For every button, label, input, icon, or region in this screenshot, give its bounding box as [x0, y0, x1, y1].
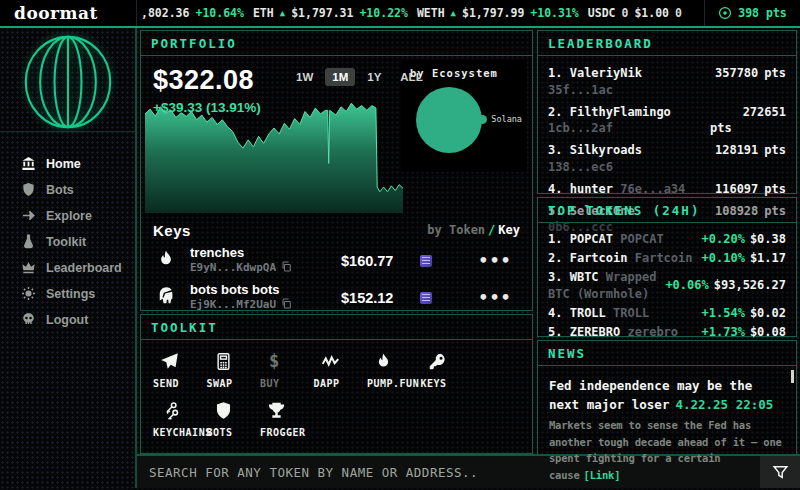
- news-timestamp: 4.22.25 22:05: [675, 397, 773, 412]
- sidebar-menu: Home Bots Explore Toolkit Leaderboard: [0, 132, 135, 327]
- token-row[interactable]: 1. POPCAT POPCAT +0.20%$0.38: [548, 231, 786, 247]
- top-tokens-list: 1. POPCAT POPCAT +0.20%$0.38 2. Fartcoin…: [538, 223, 796, 340]
- copy-icon[interactable]: [281, 261, 292, 275]
- sidebar-item-label: Home: [46, 157, 81, 171]
- tool-frogger[interactable]: FROGGER: [260, 401, 314, 438]
- sidebar-item-label: Settings: [46, 287, 95, 301]
- sidebar-item-label: Logout: [46, 313, 88, 327]
- tool-bots[interactable]: BOTS: [207, 401, 261, 438]
- shield-icon: [21, 182, 36, 197]
- points-badge-label: 398 pts: [738, 6, 786, 20]
- ticker-price: $1,797.31: [291, 6, 353, 20]
- portfolio-change: +$39.33 (13.91%): [153, 100, 261, 115]
- key-value: $152.12: [341, 290, 409, 306]
- points-value: 116097pts: [710, 181, 786, 198]
- toggle-key[interactable]: Key: [498, 223, 520, 237]
- sidebar-item-logout[interactable]: Logout: [21, 312, 135, 327]
- ellipsis-menu-icon[interactable]: •••: [479, 251, 512, 270]
- key-row[interactable]: trenches E9yN...KdwpQA $160.77 •••: [153, 242, 520, 279]
- tool-pumpfun[interactable]: PUMP.FUN: [367, 352, 421, 389]
- squiggle-icon: [321, 352, 340, 371]
- token-row[interactable]: 5. ZEREBRO zerebro +1.73%$0.08: [548, 324, 786, 340]
- portfolio-balance: $322.08: [153, 65, 254, 96]
- app-logo-text: doormat: [14, 3, 98, 23]
- token-row[interactable]: 4. TROLL TROLL +1.54%$0.02: [548, 305, 786, 321]
- bank-icon: [21, 156, 36, 171]
- dollar-icon: $: [269, 352, 314, 371]
- paper-plane-icon: [160, 352, 179, 371]
- key-name: trenches: [190, 246, 316, 261]
- copy-icon[interactable]: [281, 298, 292, 312]
- tool-buy[interactable]: $ BUY: [260, 352, 314, 389]
- portfolio-title: PORTFOLIO: [151, 36, 237, 51]
- ecosystem-legend: Solana: [478, 114, 522, 124]
- gear-icon: [21, 286, 36, 301]
- keychain-icon: [160, 401, 179, 420]
- sidebar-item-bots[interactable]: Bots: [21, 182, 135, 197]
- ticker-change: +10.31%: [530, 6, 578, 20]
- solana-chain-icon: [420, 255, 432, 267]
- token-key-toggle[interactable]: by Token/Key: [427, 223, 520, 237]
- flask-icon: [21, 234, 36, 249]
- tool-swap[interactable]: SWAP: [207, 352, 261, 389]
- tool-dapp[interactable]: DAPP: [314, 352, 368, 389]
- portfolio-header: PORTFOLIO: [141, 31, 532, 56]
- points-value: 272651pts: [710, 104, 786, 138]
- range-1m-button[interactable]: 1M: [325, 68, 355, 86]
- up-arrow-icon: ▲: [451, 8, 456, 18]
- range-1w-button[interactable]: 1W: [289, 68, 320, 86]
- ticker-change: +10.64%: [195, 6, 243, 20]
- portfolio-area: [145, 103, 403, 213]
- globe-icon: [21, 34, 115, 130]
- trophy-icon: [267, 401, 286, 420]
- range-all-button[interactable]: ALL: [393, 68, 429, 86]
- news-header: NEWS: [538, 341, 796, 366]
- coin-icon: [718, 6, 732, 20]
- app-logo[interactable]: doormat: [0, 0, 137, 26]
- shield-icon: [214, 401, 233, 420]
- leaderboard-panel: LEADERBOARD 1. ValeriyNik 35f...1ac 3577…: [537, 30, 797, 194]
- leaderboard-row[interactable]: 2. FilthyFlamingo 1cb...2af 272651pts: [548, 104, 786, 138]
- leaderboard-title: LEADERBOARD: [548, 36, 653, 51]
- sidebar-item-explore[interactable]: Explore: [21, 208, 135, 223]
- token-row[interactable]: 3. WBTC Wrapped BTC (Wormhole) +0.06%$93…: [548, 269, 786, 301]
- news-item: Fed independence may be the next major l…: [538, 366, 796, 484]
- helmet-icon: [153, 286, 179, 310]
- globe-logo: [0, 28, 135, 132]
- keys-title: Keys: [153, 222, 191, 239]
- toolkit-grid: SEND SWAP $ BUY DAPP: [141, 340, 532, 438]
- sidebar-item-label: Bots: [46, 183, 74, 197]
- sidebar-item-toolkit[interactable]: Toolkit: [21, 234, 135, 249]
- sidebar-item-settings[interactable]: Settings: [21, 286, 135, 301]
- points-badge[interactable]: 398 pts: [704, 0, 800, 26]
- leaderboard-row[interactable]: 3. Silkyroads 138...ec6 128191pts: [548, 142, 786, 176]
- range-1y-button[interactable]: 1Y: [360, 68, 388, 86]
- tool-keychains[interactable]: KEYCHAINS: [153, 401, 207, 438]
- tool-send[interactable]: SEND: [153, 352, 207, 389]
- top-tokens-title: TOP TOKENS (24H): [548, 203, 700, 218]
- key-name: bots bots bots: [190, 283, 316, 298]
- leaderboard-row[interactable]: 4. hunter 76e...a34 116097pts: [548, 181, 786, 198]
- key-icon: [428, 352, 447, 371]
- flat-change-icon: 0: [621, 6, 628, 20]
- news-link[interactable]: [Link]: [584, 469, 621, 481]
- ticker-price: ,802.36: [141, 6, 189, 20]
- ticker-change: 0: [675, 6, 682, 20]
- ellipsis-menu-icon[interactable]: •••: [479, 288, 512, 307]
- toggle-slash: /: [485, 223, 498, 237]
- token-row[interactable]: 2. Fartcoin Fartcoin +0.10%$1.17: [548, 250, 786, 266]
- scrollbar-thumb[interactable]: [791, 370, 794, 383]
- ticker-item: ,802.36 +10.64%: [141, 6, 244, 20]
- key-address: Ej9K...Mf2UaU: [190, 298, 276, 311]
- leaderboard-row[interactable]: 1. ValeriyNik 35f...1ac 357780pts: [548, 65, 786, 99]
- tool-keys[interactable]: KEYS: [421, 352, 475, 389]
- leaderboard-header: LEADERBOARD: [538, 31, 796, 56]
- solana-chain-icon: [420, 292, 432, 304]
- sidebar-item-label: Toolkit: [46, 235, 86, 249]
- sidebar-item-home[interactable]: Home: [21, 156, 135, 171]
- key-row[interactable]: bots bots bots Ej9K...Mf2UaU $152.12 •••: [153, 279, 520, 316]
- toolkit-panel: TOOLKIT SEND SWAP $ BUY: [140, 314, 533, 454]
- key-value: $160.77: [341, 253, 409, 269]
- sidebar-item-leaderboard[interactable]: Leaderboard: [21, 260, 135, 275]
- toggle-token[interactable]: Token: [449, 223, 485, 237]
